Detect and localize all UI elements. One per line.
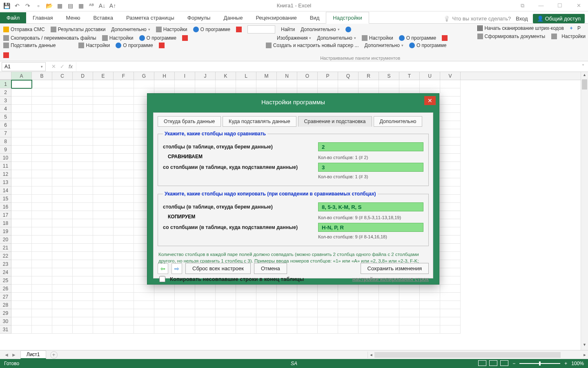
row-header[interactable]: 19 <box>0 227 11 236</box>
cell[interactable] <box>195 325 216 334</box>
cell[interactable] <box>93 195 114 203</box>
cell[interactable] <box>11 317 32 325</box>
cell[interactable] <box>440 276 461 285</box>
cell[interactable] <box>52 170 73 178</box>
cell[interactable] <box>32 211 52 219</box>
cell[interactable] <box>93 227 114 236</box>
cell[interactable] <box>93 170 114 178</box>
cell[interactable] <box>216 285 236 293</box>
cell[interactable] <box>440 88 461 96</box>
cell[interactable] <box>277 301 297 309</box>
formula-bar-expand-icon[interactable]: ˅ <box>578 64 588 70</box>
column-header[interactable]: M <box>256 72 277 80</box>
cell[interactable] <box>52 162 73 170</box>
cell[interactable] <box>236 317 256 325</box>
tab-addins[interactable]: Надстройки <box>326 12 369 24</box>
cell[interactable] <box>420 285 440 293</box>
cell[interactable] <box>93 96 114 105</box>
cell[interactable] <box>216 317 236 325</box>
cell[interactable] <box>359 301 379 309</box>
column-header[interactable]: R <box>359 72 379 80</box>
cell[interactable] <box>73 244 93 252</box>
cell[interactable] <box>73 80 93 88</box>
cell[interactable] <box>11 236 32 244</box>
cell[interactable] <box>73 293 93 301</box>
cell[interactable] <box>73 309 93 317</box>
compare-dst-input[interactable]: 3 <box>318 163 423 172</box>
cell[interactable] <box>73 211 93 219</box>
cell[interactable] <box>52 309 73 317</box>
column-header[interactable]: A <box>11 72 32 80</box>
cell[interactable] <box>32 154 52 162</box>
cell[interactable] <box>73 105 93 113</box>
cell[interactable] <box>93 80 114 88</box>
row-header[interactable]: 2 <box>0 88 11 96</box>
cell[interactable] <box>440 154 461 162</box>
cell[interactable] <box>73 268 93 276</box>
cell[interactable] <box>73 146 93 154</box>
column-header[interactable]: H <box>154 72 175 80</box>
close-icon-4[interactable] <box>159 43 165 48</box>
cell[interactable] <box>52 285 73 293</box>
create-parser-button[interactable]: Создать и настроить новый парсер ... <box>266 43 359 48</box>
cell[interactable] <box>216 80 236 88</box>
cell[interactable] <box>154 309 175 317</box>
row-header[interactable]: 21 <box>0 244 11 252</box>
cell[interactable] <box>440 211 461 219</box>
cell[interactable] <box>52 129 73 137</box>
cell[interactable] <box>114 276 134 285</box>
about-button-2[interactable]: О программе <box>139 35 176 41</box>
settings-button-4[interactable]: Настройки <box>78 43 110 48</box>
cell[interactable] <box>175 293 195 301</box>
cell[interactable] <box>93 211 114 219</box>
cell[interactable] <box>32 88 52 96</box>
cell[interactable] <box>114 121 134 129</box>
preview-icon[interactable]: ▦ <box>56 2 63 9</box>
tab-home[interactable]: Главная <box>26 12 59 23</box>
tab-insert[interactable]: Вставка <box>87 12 120 23</box>
row-header[interactable]: 20 <box>0 236 11 244</box>
cell[interactable] <box>399 325 420 334</box>
share-button[interactable]: 👤Общий доступ <box>533 14 585 23</box>
close-icon-3[interactable] <box>442 35 448 41</box>
cell[interactable] <box>11 219 32 227</box>
cell[interactable] <box>114 309 134 317</box>
row-header[interactable]: 30 <box>0 317 11 325</box>
cell[interactable] <box>114 129 134 137</box>
cell[interactable] <box>93 268 114 276</box>
compare-src-input[interactable]: 2 <box>318 142 423 151</box>
row-header[interactable]: 7 <box>0 129 11 137</box>
cell[interactable] <box>52 96 73 105</box>
cell[interactable] <box>440 178 461 186</box>
close-icon-1[interactable] <box>236 27 242 32</box>
cell[interactable] <box>256 285 277 293</box>
cell[interactable] <box>379 317 399 325</box>
vertical-scrollbar[interactable]: ▲ ▼ <box>581 72 588 350</box>
cell[interactable] <box>175 309 195 317</box>
cell[interactable] <box>11 80 32 88</box>
cell[interactable] <box>93 301 114 309</box>
cell[interactable] <box>93 186 114 195</box>
cell[interactable] <box>399 301 420 309</box>
scroll-thumb[interactable] <box>582 79 587 90</box>
cell[interactable] <box>420 325 440 334</box>
cell[interactable] <box>52 137 73 146</box>
page-layout-view-icon[interactable] <box>489 360 497 366</box>
cell[interactable] <box>52 227 73 236</box>
cell[interactable] <box>32 170 52 178</box>
hscroll-thumb[interactable] <box>374 352 561 358</box>
cell[interactable] <box>11 195 32 203</box>
cell[interactable] <box>73 260 93 268</box>
start-scan-button[interactable]: Начать сканирование штрих-кодов + Р <box>477 25 581 31</box>
cell[interactable] <box>11 252 32 260</box>
cell[interactable] <box>114 88 134 96</box>
cell[interactable] <box>134 317 154 325</box>
cell[interactable] <box>93 293 114 301</box>
cell[interactable] <box>399 293 420 301</box>
cell[interactable] <box>114 137 134 146</box>
cell[interactable] <box>93 129 114 137</box>
more-dropdown-3[interactable]: Дополнительно <box>317 35 356 41</box>
cell[interactable] <box>256 317 277 325</box>
cell[interactable] <box>236 285 256 293</box>
cell[interactable] <box>73 203 93 211</box>
